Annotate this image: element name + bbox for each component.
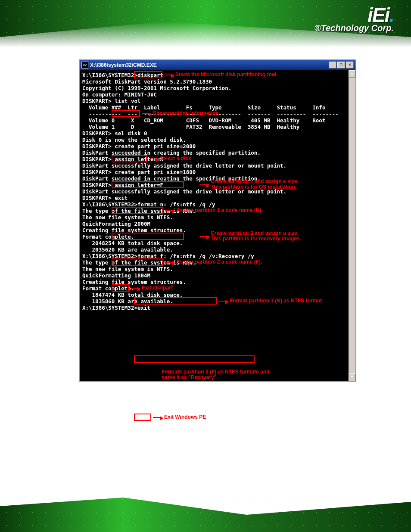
terminal-line: QuickFormatting 2000M — [82, 221, 353, 227]
highlight-seldisk — [112, 155, 147, 162]
annotation-create2: Create partition 2 and assign a size.Thi… — [211, 230, 301, 242]
highlight-exit1 — [112, 284, 129, 292]
terminal-line: On computer: MININT-JVC — [82, 91, 353, 98]
cmd-window: cv X:\I386\system32\CMD.EXE _ □ × X:\I38… — [79, 59, 356, 382]
arrow-icon — [164, 75, 174, 75]
terminal-line: Volume 1 D FAT32 Removeable 3854 MB Heal… — [82, 124, 353, 130]
annotation-exit1: Exit diskpart — [142, 285, 173, 291]
arrow-icon — [131, 288, 140, 289]
terminal-line: DiskPart successfully assigned the drive… — [82, 162, 353, 169]
highlight-exit2 — [134, 414, 151, 421]
terminal-line: Disk 0 is now the selected disk. — [82, 137, 353, 143]
arrow-icon — [165, 262, 174, 263]
annotation-format1: Format partition 1 (N) as NTFS format. — [230, 298, 323, 304]
highlight-listvol — [112, 110, 140, 117]
annotation-assign2: Assign partition 2 a code name (F). — [176, 259, 262, 265]
brand-logo: iEi. ®Technology Corp. — [314, 6, 394, 33]
terminal-output: X:\I386\SYSTEM32>diskpart Microsoft Disk… — [80, 70, 355, 381]
annotation-seldisk: Select a disk — [160, 156, 191, 162]
highlight-create1 — [112, 181, 184, 188]
highlight-format1 — [134, 297, 217, 305]
cmd-icon: cv — [81, 62, 88, 68]
annotation-listvol: Show partition information — [153, 111, 219, 116]
annotation-exit2: Exit Windows PE — [164, 414, 206, 420]
annotation-create1: Create partition 1 and assign a size.Thi… — [211, 179, 299, 190]
scroll-up-button[interactable]: ▲ — [349, 70, 355, 78]
highlight-assign1 — [112, 207, 163, 214]
highlight-assign2 — [112, 258, 163, 266]
terminal-line: The new file system is NTFS. — [82, 266, 353, 272]
highlight-diskpart — [134, 71, 162, 78]
close-button[interactable]: × — [346, 62, 354, 68]
terminal-line: DISKPART> sel disk 0 — [82, 130, 353, 137]
highlight-create2 — [112, 233, 184, 240]
terminal-line: DISKPART> exit — [82, 195, 353, 201]
maximize-button[interactable]: □ — [337, 62, 345, 68]
arrow-icon — [218, 301, 228, 302]
logo-tagline: ®Technology Corp. — [314, 23, 394, 33]
window-title: X:\I386\system32\CMD.EXE — [90, 62, 157, 68]
terminal-line: Copyright (C) 1999-2001 Microsoft Corpor… — [82, 85, 353, 91]
highlight-format2 — [134, 355, 255, 363]
scrollbar[interactable]: ▲ ▼ — [349, 70, 355, 381]
arrow-icon — [153, 417, 162, 418]
terminal-line: Volume 0 X CD_ROM CDFS DVD-ROM 405 MB He… — [82, 117, 353, 124]
logo-text: iEi. — [314, 6, 394, 25]
terminal-line: Microsoft DiskPart version 5.2.3790.1830 — [82, 78, 353, 85]
terminal-line: 2035620 KB are available. — [82, 246, 353, 253]
arrow-icon — [165, 210, 174, 211]
annotation-format2: Formate partition 2 (F) as NTFS formate … — [162, 369, 270, 380]
scroll-down-button[interactable]: ▼ — [349, 373, 355, 381]
terminal-line: 1847474 KB total disk space. — [82, 292, 353, 298]
annotation-diskpart: Starts the Microsoft disk partitioning t… — [175, 72, 278, 78]
arrow-icon — [142, 113, 151, 114]
footer-circuit-graphic — [0, 493, 411, 532]
minimize-button[interactable]: _ — [329, 62, 336, 68]
terminal-line: The new file system is NTFS. — [82, 214, 353, 221]
arrow-icon — [149, 159, 158, 159]
terminal-line: DISKPART> create part pri size=1800 — [82, 169, 353, 175]
annotation-assign1: Assign partition 1 a code name (N). — [176, 208, 263, 213]
terminal-line: X:\I386\SYSTEM32>exit — [82, 305, 353, 311]
scroll-track[interactable] — [349, 78, 355, 373]
arrow-icon — [199, 236, 209, 237]
terminal-line: DISKPART> create part pri size=2000 — [82, 143, 353, 149]
arrow-icon — [199, 184, 209, 185]
terminal-line: QuickFormatting 1804M — [82, 272, 353, 279]
terminal-line: DISKPART> list vol — [82, 98, 353, 104]
window-titlebar[interactable]: cv X:\I386\system32\CMD.EXE _ □ × — [80, 60, 355, 70]
